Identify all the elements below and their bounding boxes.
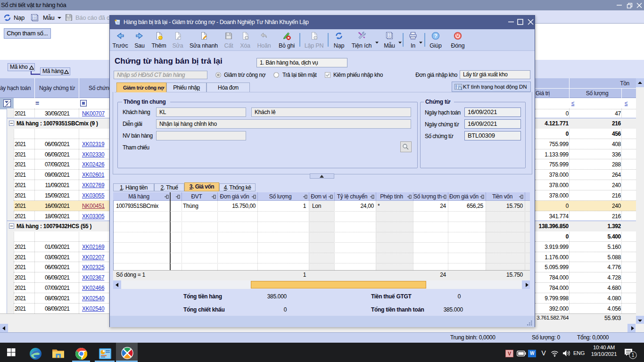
svg-text:?: ?: [434, 33, 438, 39]
svg-text:1: 1: [632, 353, 635, 358]
